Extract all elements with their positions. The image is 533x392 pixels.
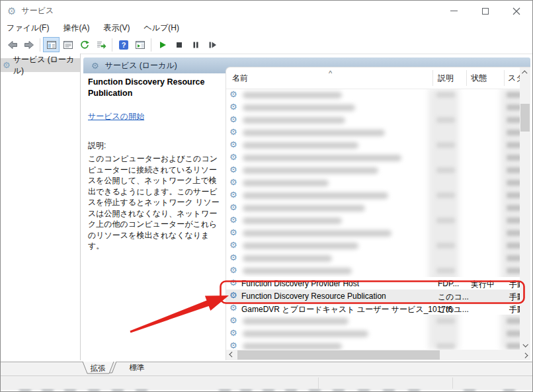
forward-button[interactable] [20, 37, 37, 52]
back-icon [7, 40, 18, 50]
blurred-taskbar-icon [383, 389, 395, 391]
help-icon: ? [118, 40, 129, 50]
column-divider[interactable] [432, 70, 433, 86]
refresh-button[interactable] [76, 37, 93, 52]
table-row-blurred[interactable]: ⚙ [226, 89, 520, 101]
show-console-tree-button[interactable] [43, 37, 60, 52]
horizontal-scrollbar[interactable] [226, 350, 530, 360]
table-row-gamedvr[interactable]: ⚙ GameDVR とブロードキャスト ユーザー サービス_1017f6 このユ… [226, 302, 520, 315]
blurred-taskbar-icon [358, 389, 370, 391]
column-header-description[interactable]: 説明 [438, 73, 454, 84]
menu-help[interactable]: ヘルプ(H) [144, 22, 179, 34]
resume-service-icon [207, 40, 218, 50]
blurred-taskbar-icon [42, 389, 54, 391]
blurred-service-name [243, 255, 332, 262]
column-header-name[interactable]: 名前 [232, 73, 248, 84]
menu-action[interactable]: 操作(A) [63, 22, 89, 34]
pause-service-icon [190, 40, 201, 50]
table-row-blurred[interactable]: ⚙ [226, 176, 520, 189]
blurred-startup-type [507, 192, 520, 198]
table-row-blurred[interactable]: ⚙ [226, 139, 520, 151]
status-bar [1, 375, 532, 390]
table-row-fd-resource-publication[interactable]: ⚙ Function Discovery Resource Publicatio… [226, 290, 520, 302]
window-controls [438, 1, 532, 20]
help-button[interactable]: ? [115, 37, 132, 52]
scroll-down-button[interactable] [520, 340, 530, 350]
sidebar-item-label: サービス (ローカル) [13, 54, 80, 77]
service-gear-icon: ⚙ [229, 190, 237, 199]
properties-button[interactable] [60, 37, 76, 52]
table-row-fd-provider-host[interactable]: ⚙ Function Discovery Provider Host FDP..… [226, 277, 520, 290]
list-header: 名前 ^ 説明 状態 スタ- [226, 67, 520, 89]
table-row-blurred[interactable]: ⚙ [226, 227, 520, 239]
stop-service-button[interactable] [171, 37, 187, 52]
service-gear-icon: ⚙ [229, 341, 237, 350]
blurred-startup-type [507, 104, 520, 110]
table-row-blurred[interactable]: ⚙ [226, 189, 520, 202]
tab-extended-label[interactable]: 拡張 [91, 364, 106, 372]
table-row-blurred[interactable]: ⚙ [226, 252, 520, 264]
table-row-blurred[interactable]: ⚙ [226, 239, 520, 252]
blurred-startup-type [507, 180, 520, 186]
pause-service-button[interactable] [187, 37, 204, 52]
horizontal-scroll-thumb[interactable] [237, 350, 440, 360]
scroll-up-button[interactable] [520, 67, 530, 77]
menu-file[interactable]: ファイル(F) [7, 22, 49, 34]
service-name: Function Discovery Provider Host [241, 279, 359, 288]
chevron-right-icon [522, 352, 528, 358]
scroll-right-button[interactable] [520, 350, 530, 360]
table-row-blurred[interactable]: ⚙ [226, 315, 520, 327]
minimize-icon [450, 11, 458, 11]
content-panel: ⚙ サービス (ローカル) Function Discovery Resourc… [83, 58, 530, 360]
vertical-scroll-thumb[interactable] [520, 104, 530, 132]
back-button[interactable] [4, 37, 20, 52]
sidebar-item-services-local[interactable]: ⚙ サービス (ローカル) [1, 58, 80, 72]
blurred-startup-type [507, 205, 520, 211]
table-row-blurred[interactable]: ⚙ [226, 151, 520, 164]
minimize-button[interactable] [438, 1, 470, 20]
table-row-blurred[interactable]: ⚙ [226, 114, 520, 126]
menu-view[interactable]: 表示(V) [103, 22, 130, 34]
table-row-blurred[interactable]: ⚙ [226, 264, 520, 277]
maximize-button[interactable] [470, 1, 501, 20]
show-action-pane-button[interactable] [132, 37, 148, 52]
properties-icon [63, 40, 73, 50]
column-divider[interactable] [504, 70, 505, 86]
table-row-blurred[interactable]: ⚙ [226, 101, 520, 114]
blurred-startup-type [507, 343, 520, 349]
blurred-service-name [243, 230, 391, 237]
table-row-blurred[interactable]: ⚙ [226, 164, 520, 176]
table-row-blurred[interactable]: ⚙ [226, 214, 520, 227]
service-gear-icon: ⚙ [229, 115, 237, 124]
table-row-blurred[interactable]: ⚙ [226, 202, 520, 214]
table-row-blurred[interactable]: ⚙ [226, 327, 520, 340]
table-row-blurred[interactable]: ⚙ [226, 340, 520, 350]
table-row-blurred[interactable]: ⚙ [226, 126, 520, 139]
vertical-scrollbar[interactable] [520, 67, 530, 350]
export-list-button[interactable] [93, 37, 109, 52]
blurred-service-name [243, 205, 365, 212]
tab-standard-label[interactable]: 標準 [130, 364, 145, 372]
blurred-service-name [243, 331, 368, 337]
column-divider[interactable] [466, 70, 467, 86]
start-service-button[interactable] [154, 37, 171, 52]
blurred-taskbar-icon [503, 389, 515, 391]
service-gear-icon: ⚙ [229, 140, 237, 149]
console-tree-panel: ⚙ サービス (ローカル) [1, 54, 81, 360]
blurred-startup-type [507, 142, 520, 148]
chevron-up-icon [522, 70, 527, 75]
blurred-startup-type [507, 230, 520, 236]
close-button[interactable] [501, 1, 532, 20]
service-description: このユ... [438, 304, 469, 315]
scroll-left-button[interactable] [226, 350, 236, 360]
column-header-status[interactable]: 状態 [471, 73, 487, 84]
console-tree-icon [46, 40, 57, 50]
resume-service-button[interactable] [204, 37, 220, 52]
start-service-link[interactable]: サービスの開始 [88, 111, 144, 122]
stop-service-icon [174, 40, 184, 50]
blurred-service-name [243, 104, 355, 111]
blurred-taskbar-icon [309, 389, 321, 391]
blurred-startup-type [507, 167, 520, 173]
blurred-service-description [436, 343, 455, 349]
service-gear-icon: ⚙ [229, 303, 237, 312]
